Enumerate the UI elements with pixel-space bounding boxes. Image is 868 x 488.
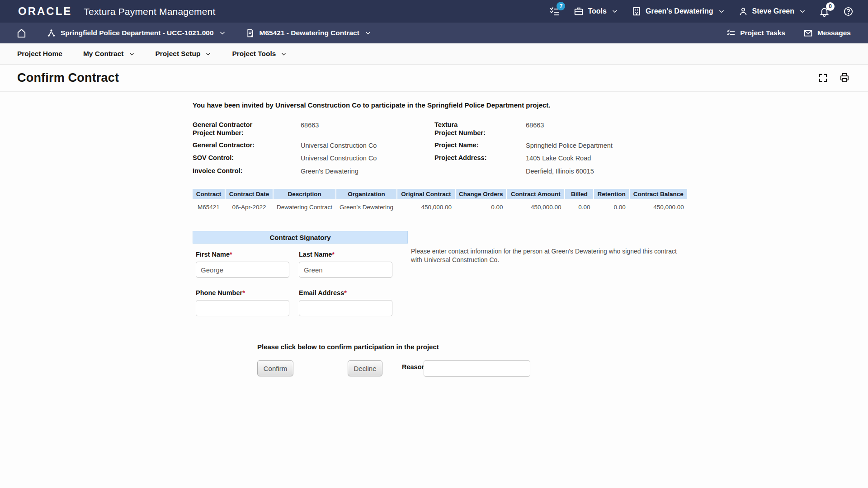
col-header: Organization — [336, 189, 396, 199]
cell-original-contract: 450,000.00 — [397, 200, 455, 212]
cell-contract-balance: 450,000.00 — [630, 200, 687, 212]
app-screen: ORACLE Textura Payment Management 7 Tool… — [0, 0, 868, 488]
email-address-input[interactable] — [299, 300, 392, 316]
detail-value: Green's Dewatering — [301, 167, 359, 175]
contract-signatory-header: Contract Signatory — [193, 231, 408, 244]
nav-project-home[interactable]: Project Home — [17, 50, 62, 58]
cell-organization: Green's Dewatering — [336, 200, 396, 212]
cell-change-orders: 0.00 — [456, 200, 506, 212]
last-name-input[interactable] — [299, 262, 392, 278]
first-name-input[interactable] — [196, 262, 289, 278]
contract-selector[interactable]: M65421 - Dewatering Contract — [245, 28, 371, 38]
chevron-down-icon — [281, 51, 287, 57]
notifications-button[interactable]: 0 — [819, 6, 830, 17]
project-selector[interactable]: Springfield Police Department - UCC-1021… — [47, 28, 226, 38]
detail-value: 68663 — [526, 121, 544, 137]
global-tasks-button[interactable]: 7 — [549, 6, 560, 17]
contract-details-right: Textura Project Number: 68663 Project Na… — [434, 121, 613, 179]
chevron-down-icon — [799, 8, 806, 14]
reason-label: Reason — [402, 363, 425, 371]
contract-document-icon — [245, 28, 255, 38]
chevron-down-icon — [612, 8, 618, 14]
chevron-down-icon — [129, 51, 135, 57]
reason-input[interactable] — [424, 360, 530, 377]
contract-details-left: General Contractor Project Number: 68663… — [193, 121, 377, 179]
detail-row: Deerfield, Illinois 60015 — [434, 167, 613, 175]
chevron-down-icon — [219, 30, 226, 36]
nav-label: Project Setup — [156, 50, 201, 58]
notifications-count-badge: 0 — [826, 2, 835, 11]
email-address-label: Email Address* — [299, 289, 394, 296]
project-nav: Project Home My Contract Project Setup P… — [0, 43, 868, 65]
nav-project-setup[interactable]: Project Setup — [156, 50, 212, 58]
project-context-bar: Springfield Police Department - UCC-1021… — [0, 23, 868, 43]
envelope-icon — [803, 28, 813, 38]
chevron-down-icon — [718, 8, 725, 14]
nav-label: My Contract — [83, 50, 124, 58]
first-name-field: First Name* — [196, 251, 291, 278]
confirm-prompt: Please click below to confirm participat… — [257, 343, 439, 351]
page-title: Confirm Contract — [17, 71, 119, 85]
chevron-down-icon — [205, 51, 211, 57]
project-tasks-button[interactable]: Project Tasks — [726, 28, 785, 38]
building-icon — [632, 6, 642, 16]
page-title-bar: Confirm Contract — [0, 65, 868, 92]
detail-label: General Contractor Project Number: — [193, 121, 301, 137]
detail-value: 1405 Lake Cook Road — [526, 154, 591, 162]
detail-label: Project Name: — [434, 141, 526, 150]
help-button[interactable] — [843, 6, 854, 17]
messages-button[interactable]: Messages — [803, 28, 851, 38]
confirm-button[interactable]: Confirm — [257, 360, 293, 376]
detail-value: Springfield Police Department — [526, 141, 613, 150]
cell-billed: 0.00 — [565, 200, 593, 212]
print-icon[interactable] — [839, 72, 850, 83]
col-header: Contract Date — [226, 189, 273, 199]
hierarchy-icon — [47, 28, 56, 38]
company-label: Green's Dewatering — [646, 7, 713, 15]
detail-label: Textura Project Number: — [434, 121, 526, 137]
fullscreen-icon[interactable] — [818, 72, 828, 83]
nav-project-tools[interactable]: Project Tools — [232, 50, 287, 58]
col-header: Contract — [193, 189, 225, 199]
col-header: Contract Amount — [507, 189, 564, 199]
cell-description: Dewatering Contract — [274, 200, 335, 212]
col-header: Billed — [565, 189, 593, 199]
col-header: Description — [274, 189, 335, 199]
tools-menu[interactable]: Tools — [574, 6, 618, 16]
confirm-contract-content: You have been invited by Universal Const… — [0, 92, 868, 488]
table-row: M65421 06-Apr-2022 Dewatering Contract G… — [193, 200, 687, 212]
required-marker: * — [242, 289, 245, 296]
briefcase-icon — [574, 6, 584, 16]
brand: ORACLE Textura Payment Management — [18, 5, 216, 18]
project-selector-label: Springfield Police Department - UCC-1021… — [61, 29, 214, 37]
detail-value: Universal Construction Co — [301, 154, 377, 162]
table-header-row: Contract Contract Date Description Organ… — [193, 189, 687, 199]
topbar-actions: 7 Tools Green's Dewatering — [549, 6, 854, 17]
last-name-field: Last Name* — [299, 251, 394, 278]
top-app-bar: ORACLE Textura Payment Management 7 Tool… — [0, 0, 868, 23]
detail-label — [434, 167, 526, 175]
col-header: Change Orders — [456, 189, 506, 199]
nav-my-contract[interactable]: My Contract — [83, 50, 135, 58]
detail-label: Invoice Control: — [193, 167, 301, 175]
required-marker: * — [230, 251, 232, 258]
last-name-label: Last Name* — [299, 251, 394, 258]
phone-number-field: Phone Number* — [196, 289, 291, 316]
col-header: Contract Balance — [630, 189, 687, 199]
cell-contract-amount: 450,000.00 — [507, 200, 564, 212]
title-actions — [818, 72, 850, 83]
detail-value: 68663 — [301, 121, 319, 137]
nav-label: Project Home — [17, 50, 62, 58]
project-context-right: Project Tasks Messages — [726, 28, 851, 38]
user-menu[interactable]: Steve Green — [738, 6, 806, 16]
decline-button[interactable]: Decline — [348, 360, 382, 376]
email-address-field: Email Address* — [299, 289, 394, 316]
required-marker: * — [344, 289, 347, 296]
phone-number-input[interactable] — [196, 300, 289, 316]
detail-row: SOV Control: Universal Construction Co — [193, 154, 377, 162]
cell-contract-date: 06-Apr-2022 — [226, 200, 273, 212]
invitation-text: You have been invited by Universal Const… — [193, 101, 551, 109]
company-switcher[interactable]: Green's Dewatering — [632, 6, 725, 16]
tools-label: Tools — [588, 7, 606, 15]
home-icon[interactable] — [16, 28, 27, 38]
